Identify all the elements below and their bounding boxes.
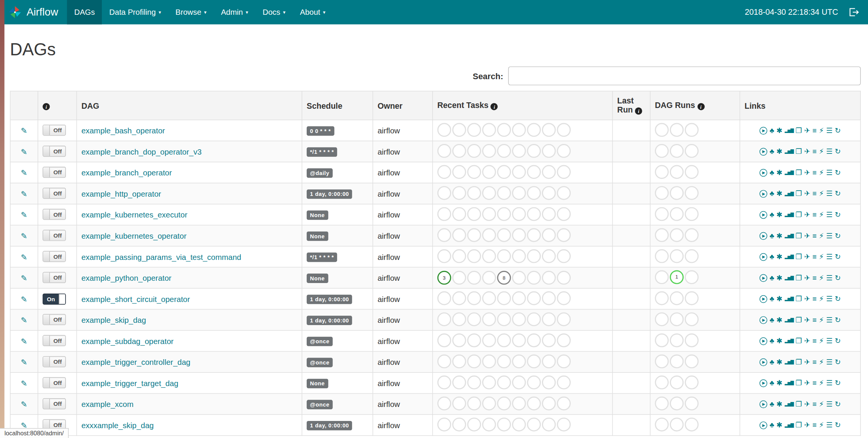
code-view-icon[interactable]: ⚡ [819,337,824,344]
state-circle[interactable] [685,396,699,410]
schedule-badge[interactable]: 1 day, 0:00:00 [307,315,353,325]
landing-times-icon[interactable]: ✈ [804,358,810,366]
log-icon[interactable]: ☰ [826,253,832,260]
dag-pause-toggle[interactable]: Off [43,124,66,135]
tree-view-icon[interactable]: ♣ [770,190,774,197]
landing-times-icon[interactable]: ✈ [804,274,810,282]
task-duration-icon[interactable]: ▂▅▇ [785,360,793,364]
info-icon[interactable] [491,103,498,110]
state-circle[interactable]: 8 [497,271,511,285]
state-circle[interactable] [512,271,526,285]
dag-pause-toggle[interactable]: Off [43,250,66,261]
state-circle[interactable] [542,396,556,410]
dag-link[interactable]: example_branch_dop_operator_v3 [81,147,201,156]
landing-times-icon[interactable]: ✈ [804,211,810,218]
state-circle[interactable] [512,354,526,368]
code-view-icon[interactable]: ⚡ [819,169,824,176]
refresh-icon[interactable]: ↻ [835,148,841,155]
state-circle[interactable] [557,312,571,326]
state-circle[interactable] [452,291,466,305]
gantt-view-icon[interactable]: ≡ [812,358,816,366]
state-circle[interactable] [542,312,556,326]
state-circle[interactable] [655,207,669,221]
state-circle[interactable] [482,354,496,368]
gantt-view-icon[interactable]: ≡ [812,421,816,429]
gantt-view-icon[interactable]: ≡ [812,337,816,344]
trigger-dag-icon[interactable]: ▶ [760,295,767,302]
state-circle[interactable] [670,144,684,158]
task-duration-icon[interactable]: ▂▅▇ [785,339,793,343]
graph-view-icon[interactable]: ✱ [776,274,782,282]
state-circle[interactable] [497,186,511,200]
state-circle[interactable] [512,228,526,242]
state-circle[interactable] [557,228,571,242]
state-circle[interactable] [527,375,541,389]
task-tries-icon[interactable]: ❐ [796,316,802,324]
tree-view-icon[interactable]: ♣ [770,169,774,176]
dag-link[interactable]: example_subdag_operator [81,336,173,345]
state-circle[interactable] [542,271,556,285]
state-circle[interactable] [542,249,556,263]
nav-item-docs[interactable]: Docs [255,0,293,24]
state-circle[interactable] [685,228,699,242]
dag-link[interactable]: example_branch_operator [81,168,172,177]
dag-link[interactable]: example_kubernetes_executor [81,210,187,219]
schedule-badge[interactable]: @once [307,358,333,367]
state-circle[interactable] [670,228,684,242]
tree-view-icon[interactable]: ♣ [770,253,774,260]
state-circle[interactable] [467,228,481,242]
state-circle[interactable] [655,186,669,200]
code-view-icon[interactable]: ⚡ [819,127,824,134]
state-circle[interactable] [452,228,466,242]
state-circle[interactable] [437,375,451,389]
log-icon[interactable]: ☰ [826,190,832,197]
state-circle[interactable] [670,165,684,179]
graph-view-icon[interactable]: ✱ [776,400,782,408]
state-circle[interactable] [467,333,481,347]
state-circle[interactable] [437,123,451,137]
state-circle[interactable] [527,333,541,347]
landing-times-icon[interactable]: ✈ [804,295,810,302]
log-icon[interactable]: ☰ [826,211,832,218]
graph-view-icon[interactable]: ✱ [776,253,782,260]
code-view-icon[interactable]: ⚡ [819,232,824,239]
state-circle[interactable] [512,207,526,221]
edit-dag-icon[interactable] [21,273,27,282]
state-circle[interactable] [557,165,571,179]
code-view-icon[interactable]: ⚡ [819,190,824,197]
graph-view-icon[interactable]: ✱ [776,148,782,155]
state-circle[interactable]: 1 [670,270,684,284]
dag-link[interactable]: exxxample_skip_dag [81,421,154,429]
logout-icon[interactable] [849,8,859,16]
state-circle[interactable] [557,333,571,347]
code-view-icon[interactable]: ⚡ [819,316,824,324]
state-circle[interactable] [670,123,684,137]
tree-view-icon[interactable]: ♣ [770,274,774,282]
dag-link[interactable]: example_passing_params_via_test_command [81,252,241,261]
state-circle[interactable] [467,396,481,410]
state-circle[interactable] [655,354,669,368]
refresh-icon[interactable]: ↻ [835,211,841,218]
state-circle[interactable] [512,291,526,305]
state-circle[interactable] [467,417,481,431]
state-circle[interactable] [437,207,451,221]
task-tries-icon[interactable]: ❐ [796,148,802,155]
schedule-badge[interactable]: @once [307,400,333,409]
state-circle[interactable] [527,228,541,242]
log-icon[interactable]: ☰ [826,232,832,239]
landing-times-icon[interactable]: ✈ [804,148,810,155]
state-circle[interactable] [512,186,526,200]
state-circle[interactable] [482,165,496,179]
state-circle[interactable] [467,312,481,326]
log-icon[interactable]: ☰ [826,169,832,176]
state-circle[interactable] [482,271,496,285]
schedule-badge[interactable]: None [307,210,328,220]
edit-dag-icon[interactable] [21,294,27,303]
tree-view-icon[interactable]: ♣ [770,379,774,386]
state-circle[interactable] [437,417,451,431]
task-tries-icon[interactable]: ❐ [796,253,802,260]
state-circle[interactable] [497,123,511,137]
state-circle[interactable] [452,271,466,285]
edit-dag-icon[interactable] [21,252,27,261]
task-duration-icon[interactable]: ▂▅▇ [785,275,793,280]
